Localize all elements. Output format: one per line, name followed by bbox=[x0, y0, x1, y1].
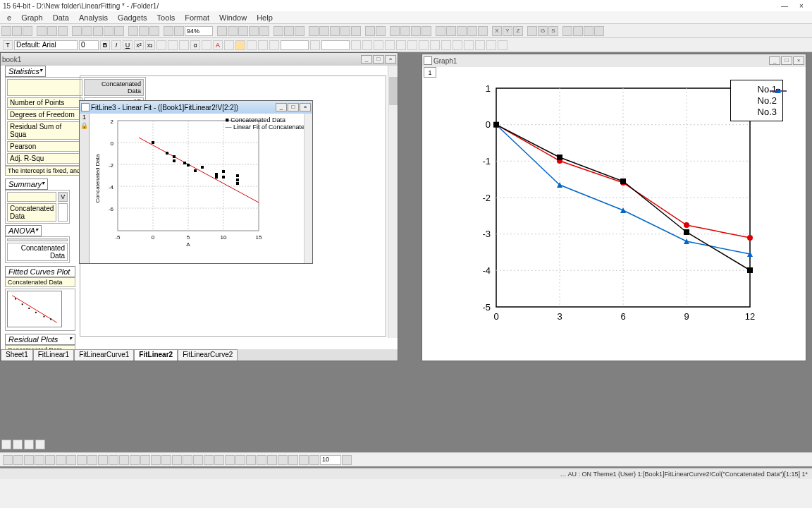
dropdown-arrow-icon[interactable]: ▾ bbox=[39, 67, 42, 73]
toolbar-button[interactable] bbox=[284, 26, 294, 36]
menu-graph[interactable]: Graph bbox=[17, 12, 47, 23]
tab-fitlinear2[interactable]: FitLinear2 bbox=[134, 349, 178, 361]
toolbar-button[interactable] bbox=[23, 26, 32, 36]
toolbar-button[interactable] bbox=[411, 26, 421, 36]
tool-button[interactable] bbox=[257, 455, 266, 465]
toolbar-button[interactable] bbox=[390, 26, 400, 36]
summary-header[interactable]: Summary ▾ bbox=[5, 179, 48, 190]
toolbar-button[interactable] bbox=[139, 26, 149, 36]
tool-button[interactable] bbox=[193, 455, 203, 465]
format-button[interactable] bbox=[310, 40, 320, 50]
tool-button[interactable] bbox=[342, 455, 352, 465]
font-picker-icon[interactable]: T bbox=[3, 40, 13, 50]
size-input[interactable]: 10 bbox=[320, 455, 341, 465]
toolbar-button[interactable] bbox=[340, 26, 350, 36]
toolbar-button[interactable] bbox=[164, 26, 173, 36]
font-color-button[interactable]: A bbox=[213, 40, 223, 50]
format-button[interactable] bbox=[269, 40, 279, 50]
format-button[interactable] bbox=[385, 40, 395, 50]
toolbar-button[interactable] bbox=[319, 26, 329, 36]
format-button[interactable] bbox=[430, 40, 440, 50]
tool-button[interactable] bbox=[24, 440, 34, 449]
toolbar-button[interactable] bbox=[309, 26, 319, 36]
toolbar-button[interactable] bbox=[573, 26, 583, 36]
format-button[interactable] bbox=[224, 40, 234, 50]
zoom-input[interactable]: 94% bbox=[185, 26, 213, 36]
format-button[interactable] bbox=[362, 40, 372, 50]
z-icon[interactable]: Z bbox=[513, 26, 523, 36]
x-icon[interactable]: X bbox=[492, 26, 502, 36]
toolbar-button[interactable] bbox=[58, 26, 68, 36]
tool-button[interactable] bbox=[235, 455, 245, 465]
close-button[interactable]: × bbox=[794, 2, 809, 10]
toolbar-button[interactable] bbox=[149, 26, 159, 36]
format-button[interactable] bbox=[486, 40, 496, 50]
tab-fitlinearcurve1[interactable]: FitLinearCurve1 bbox=[74, 349, 134, 361]
tool-button[interactable] bbox=[140, 455, 150, 465]
format-button[interactable] bbox=[498, 40, 508, 50]
greek-button[interactable]: α bbox=[190, 40, 200, 50]
tool-button[interactable] bbox=[183, 455, 192, 465]
toolbar-button[interactable] bbox=[37, 26, 47, 36]
fill-color-button[interactable] bbox=[235, 40, 245, 50]
format-button[interactable] bbox=[156, 40, 166, 50]
toolbar-button[interactable] bbox=[330, 26, 340, 36]
y-icon[interactable]: Y bbox=[503, 26, 512, 36]
statistics-header[interactable]: Statistics ▾ bbox=[5, 66, 46, 77]
dropdown-arrow-icon[interactable]: ▾ bbox=[69, 335, 72, 341]
toolbar-button[interactable] bbox=[93, 26, 103, 36]
toolbar-button[interactable] bbox=[1, 26, 11, 36]
toolbar-button[interactable] bbox=[527, 26, 537, 36]
tool-button[interactable] bbox=[172, 455, 182, 465]
tool-button[interactable] bbox=[204, 455, 214, 465]
tool-button[interactable] bbox=[1, 440, 11, 449]
toolbar-button[interactable] bbox=[82, 26, 92, 36]
menu-file[interactable]: e bbox=[3, 12, 16, 23]
format-button[interactable] bbox=[179, 40, 189, 50]
toolbar-button[interactable] bbox=[422, 26, 431, 36]
tool-button[interactable] bbox=[98, 455, 108, 465]
close-icon[interactable]: × bbox=[793, 56, 804, 65]
graph1-chart[interactable]: 0 3 6 9 12 1 0 -1 -2 -3 -4 -5 bbox=[461, 74, 764, 328]
format-button[interactable] bbox=[374, 40, 383, 50]
toolbar-button[interactable] bbox=[217, 26, 227, 36]
tool-button[interactable] bbox=[45, 455, 55, 465]
toolbar-button[interactable] bbox=[174, 26, 184, 36]
tool-button[interactable] bbox=[3, 455, 13, 465]
subscript-button[interactable]: x₂ bbox=[145, 40, 155, 50]
toolbar-button[interactable] bbox=[562, 26, 572, 36]
tool-button[interactable] bbox=[66, 455, 76, 465]
format-button[interactable] bbox=[464, 40, 474, 50]
toolbar-button[interactable] bbox=[114, 26, 124, 36]
tool-button[interactable] bbox=[13, 455, 23, 465]
toolbar-button[interactable] bbox=[295, 26, 304, 36]
format-button[interactable] bbox=[453, 40, 462, 50]
vertical-scrollbar[interactable] bbox=[388, 66, 398, 338]
format-button[interactable] bbox=[351, 40, 361, 50]
format-button[interactable] bbox=[258, 40, 268, 50]
minimize-icon[interactable]: _ bbox=[769, 56, 780, 65]
toolbar-button[interactable] bbox=[436, 26, 445, 36]
format-button[interactable] bbox=[407, 40, 417, 50]
tool-button[interactable] bbox=[130, 455, 140, 465]
tab-fitlinearcurve2[interactable]: FitLinearCurve2 bbox=[178, 349, 238, 361]
font-name-input[interactable]: Default: Arial bbox=[14, 40, 78, 50]
graph1-titlebar[interactable]: Graph1 _ □ × bbox=[422, 54, 806, 67]
menu-format[interactable]: Format bbox=[180, 12, 214, 23]
toolbar-button[interactable] bbox=[104, 26, 113, 36]
fitted-curve-thumbnail[interactable] bbox=[5, 289, 75, 331]
toolbar-button[interactable] bbox=[238, 26, 248, 36]
format-button[interactable] bbox=[419, 40, 429, 50]
menu-gadgets[interactable]: Gadgets bbox=[113, 12, 152, 23]
format-button[interactable] bbox=[202, 40, 211, 50]
residual-plots-header[interactable]: Residual Plots ▾ bbox=[5, 334, 75, 345]
bold-button[interactable]: B bbox=[100, 40, 110, 50]
maximize-icon[interactable]: □ bbox=[288, 103, 299, 111]
dropdown-arrow-icon[interactable]: ▾ bbox=[42, 180, 44, 186]
maximize-icon[interactable]: □ bbox=[373, 55, 384, 64]
toolbar-button[interactable] bbox=[249, 26, 259, 36]
superscript-button[interactable]: x² bbox=[134, 40, 144, 50]
tool-button[interactable] bbox=[87, 455, 97, 465]
tool-button[interactable] bbox=[35, 455, 44, 465]
format-button[interactable] bbox=[441, 40, 451, 50]
